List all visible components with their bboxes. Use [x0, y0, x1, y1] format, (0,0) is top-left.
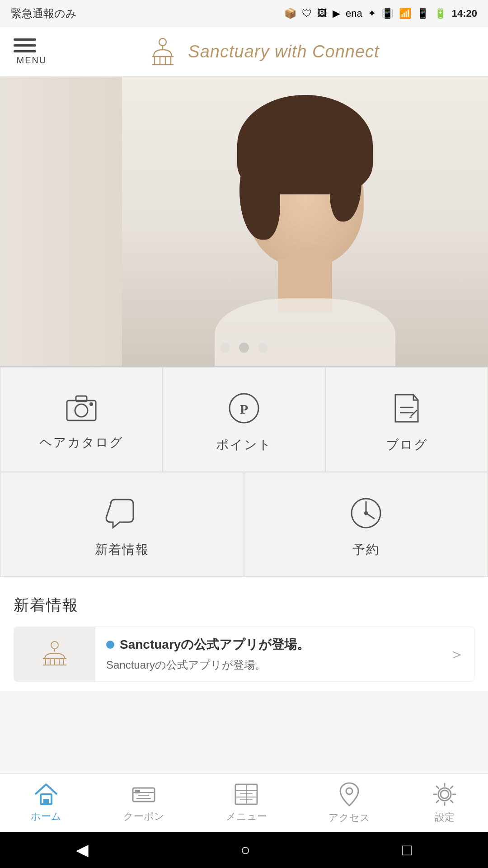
- status-notification: 緊急通報のみ: [11, 6, 77, 21]
- nav-item-menu[interactable]: メニュー: [217, 778, 276, 828]
- header: MENU Sanctuary with Connect: [0, 27, 488, 77]
- nav-item-access[interactable]: アクセス: [319, 777, 379, 829]
- status-icons: 📦 🛡 🖼 ▶ ena ✦ 📳 📶 📱 🔋 14:20: [284, 8, 477, 19]
- sim-icon: 📱: [417, 8, 429, 19]
- hair-catalog-label: ヘアカタログ: [39, 434, 123, 451]
- nav-label-menu: メニュー: [226, 810, 267, 823]
- nav-item-coupon[interactable]: クーポン: [114, 778, 174, 828]
- news-section-title: 新着情報: [14, 595, 474, 616]
- news-item-1[interactable]: Sanctuaryの公式アプリが登場。 Sanctuaryの公式アプリが登場。 …: [14, 627, 474, 682]
- notification-icon: 📦: [284, 8, 296, 19]
- bluetooth-icon: ✦: [368, 8, 376, 19]
- nav-label-settings: 設定: [435, 811, 455, 824]
- android-nav: ◀ ○ □: [0, 832, 488, 868]
- news-label: 新着情報: [95, 541, 149, 558]
- nav-item-settings[interactable]: 設定: [423, 777, 466, 829]
- status-bar: 緊急通報のみ 📦 🛡 🖼 ▶ ena ✦ 📳 📶 📱 🔋 14:20: [0, 0, 488, 27]
- menu-button[interactable]: MENU: [14, 38, 50, 66]
- settings-icon: [432, 782, 457, 807]
- menu-label: MENU: [17, 55, 47, 66]
- svg-marker-17: [409, 416, 413, 418]
- news-content-1: Sanctuaryの公式アプリが登場。 Sanctuaryの公式アプリが登場。: [95, 627, 449, 681]
- news-dot-1: [106, 641, 114, 649]
- svg-text:P: P: [240, 401, 248, 416]
- news-arrow-1: ＞: [449, 643, 474, 665]
- nav-label-access: アクセス: [328, 811, 370, 825]
- svg-point-0: [159, 38, 166, 46]
- news-headline-1: Sanctuaryの公式アプリが登場。: [106, 636, 438, 653]
- coupon-icon: [131, 783, 156, 806]
- hair-catalog-icon: [63, 392, 99, 426]
- grid-item-reservation[interactable]: 予約: [244, 472, 488, 577]
- image-icon: 🖼: [317, 8, 327, 19]
- news-thumb-1: [14, 627, 95, 681]
- grid-item-blog[interactable]: ブログ: [325, 367, 488, 472]
- shield-icon: 🛡: [302, 8, 312, 19]
- access-icon: [338, 781, 361, 807]
- android-home-button[interactable]: ○: [240, 840, 250, 859]
- play-icon: ▶: [333, 8, 340, 19]
- grid-item-news[interactable]: 新着情報: [0, 472, 244, 577]
- svg-point-21: [364, 511, 368, 515]
- svg-point-22: [51, 642, 58, 649]
- news-body-1: Sanctuaryの公式アプリが登場。: [106, 658, 438, 672]
- reservation-label: 予約: [352, 541, 380, 558]
- battery-icon: 🔋: [434, 8, 446, 19]
- grid-menu-row2: 新着情報 予約: [0, 472, 488, 577]
- bottom-nav: ホーム クーポン メニュー アクセス: [0, 773, 488, 832]
- logo-text: Sanctuary with Connect: [188, 42, 379, 61]
- nav-label-home: ホーム: [31, 810, 61, 823]
- vibrate-icon: 📳: [381, 8, 394, 19]
- nav-item-home[interactable]: ホーム: [22, 778, 70, 828]
- nav-label-coupon: クーポン: [123, 810, 164, 823]
- blog-label: ブログ: [386, 436, 428, 453]
- reservation-icon: [348, 495, 384, 533]
- grid-item-point[interactable]: P ポイント: [163, 367, 325, 472]
- svg-rect-32: [43, 799, 49, 804]
- logo-icon: [145, 34, 181, 70]
- status-time: 14:20: [452, 8, 477, 19]
- news-section: 新着情報 Sanctuaryの公式アプリが登場。 Sanctua: [0, 577, 488, 691]
- android-back-button[interactable]: ◀: [76, 840, 89, 859]
- menu-icon: [234, 783, 259, 806]
- svg-point-9: [75, 404, 88, 417]
- svg-point-44: [346, 788, 352, 794]
- hero-banner[interactable]: [0, 77, 488, 366]
- logo-area: Sanctuary with Connect: [50, 34, 474, 70]
- svg-rect-37: [135, 790, 140, 793]
- point-icon: P: [226, 390, 262, 428]
- home-icon: [33, 783, 59, 806]
- hamburger-icon: [14, 38, 36, 52]
- news-icon: [104, 495, 140, 533]
- app-icon: ena: [346, 8, 362, 19]
- wifi-icon: 📶: [399, 8, 411, 19]
- grid-item-hair-catalog[interactable]: ヘアカタログ: [0, 367, 163, 472]
- point-label: ポイント: [216, 436, 272, 453]
- blog-icon: [391, 390, 422, 428]
- grid-menu-row1: ヘアカタログ P ポイント ブログ: [0, 366, 488, 472]
- svg-point-45: [441, 790, 449, 798]
- android-recents-button[interactable]: □: [402, 840, 412, 859]
- svg-point-11: [89, 402, 93, 406]
